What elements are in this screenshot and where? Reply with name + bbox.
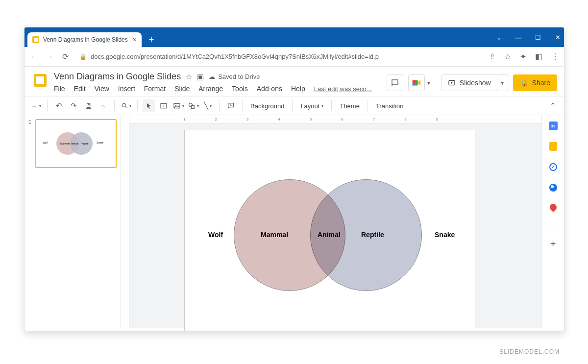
share-label: Share: [532, 79, 550, 87]
redo-button[interactable]: ↷: [67, 99, 80, 112]
menu-insert[interactable]: Insert: [118, 85, 135, 93]
slide-canvas[interactable]: Wolf Mammal Animal Reptile Snake: [184, 130, 475, 331]
watermark: SLIDEMODEL.COM: [499, 348, 560, 355]
contacts-icon[interactable]: [548, 183, 558, 193]
maps-icon[interactable]: [548, 203, 558, 213]
slides-app-icon[interactable]: [31, 72, 49, 89]
browser-menu-icon[interactable]: ⋮: [551, 52, 559, 61]
browser-tab[interactable]: Venn Diagrams in Google Slides ×: [27, 32, 142, 47]
keep-icon[interactable]: [548, 142, 558, 151]
address-bar: ← → ⟳ 🔒 docs.google.com/presentation/d/1…: [24, 47, 564, 67]
label-left-inner[interactable]: Mammal: [261, 231, 288, 239]
separator: [114, 100, 115, 111]
last-edit-link[interactable]: Last edit was seco...: [314, 85, 372, 93]
addons-plus-icon[interactable]: +: [548, 239, 558, 249]
separator: [219, 100, 220, 111]
separator: [47, 100, 48, 111]
calendar-icon[interactable]: [548, 121, 558, 131]
layout-button[interactable]: Layout▾: [297, 102, 326, 110]
move-folder-icon[interactable]: ▣: [197, 73, 204, 81]
meet-caret-icon: ▼: [426, 80, 431, 86]
share-button[interactable]: 🔒 Share: [513, 74, 557, 91]
extensions-icon[interactable]: ✦: [520, 52, 526, 61]
close-window-icon[interactable]: ✕: [554, 34, 561, 41]
reload-icon[interactable]: ⟳: [61, 52, 70, 61]
slideshow-button[interactable]: Slideshow: [441, 74, 497, 91]
select-tool[interactable]: [143, 99, 155, 112]
transition-button[interactable]: Transition: [373, 102, 407, 110]
menu-slide[interactable]: Slide: [174, 85, 190, 93]
slideshow-options-button[interactable]: ▼: [497, 74, 508, 91]
label-center[interactable]: Animal: [318, 231, 341, 239]
document-title[interactable]: Venn Diagrams in Google Slides: [54, 72, 181, 82]
theme-button[interactable]: Theme: [337, 102, 362, 110]
svg-point-4: [122, 103, 125, 107]
comment-icon: [391, 78, 399, 87]
svg-rect-2: [413, 83, 416, 86]
line-tool[interactable]: ╲▾: [201, 99, 214, 112]
svg-rect-1: [413, 80, 416, 83]
save-status-text: Saved to Drive: [218, 73, 260, 80]
comment-tool[interactable]: [224, 99, 237, 112]
forward-icon[interactable]: →: [45, 52, 54, 61]
svg-point-9: [175, 105, 176, 106]
menu-view[interactable]: View: [95, 85, 109, 93]
back-icon[interactable]: ←: [29, 52, 38, 61]
url-field[interactable]: 🔒 docs.google.com/presentation/d/1MYtCa2…: [76, 53, 482, 60]
save-status[interactable]: ☁ Saved to Drive: [209, 73, 260, 80]
image-tool[interactable]: ▾: [172, 99, 185, 112]
separator: [137, 100, 138, 111]
print-button[interactable]: 🖶: [82, 99, 95, 112]
thumbnail-preview: Wolf Mammal Animal Reptile Snake: [42, 126, 110, 161]
menu-format[interactable]: Format: [144, 85, 166, 93]
minimize-icon[interactable]: —: [515, 34, 522, 41]
svg-point-10: [189, 103, 192, 107]
menu-tools[interactable]: Tools: [232, 85, 248, 93]
menu-arrange[interactable]: Arrange: [198, 85, 223, 93]
new-slide-button[interactable]: ＋▾: [29, 99, 42, 112]
svg-line-5: [125, 107, 126, 108]
menu-edit[interactable]: Edit: [74, 85, 86, 93]
undo-button[interactable]: ↶: [52, 99, 65, 112]
textbox-tool[interactable]: T: [157, 99, 170, 112]
cursor-icon: [146, 102, 152, 109]
meet-button[interactable]: ▼: [408, 74, 425, 91]
maximize-icon[interactable]: ☐: [535, 34, 541, 41]
app-header: Venn Diagrams in Google Slides ☆ ▣ ☁ Sav…: [24, 67, 564, 93]
label-left-outer[interactable]: Wolf: [208, 231, 223, 239]
menu-addons[interactable]: Add-ons: [257, 85, 282, 93]
image-icon: [173, 102, 181, 110]
lock-icon: 🔒: [520, 79, 528, 87]
slide-thumbnail[interactable]: Wolf Mammal Animal Reptile Snake: [35, 119, 117, 168]
menu-file[interactable]: File: [54, 85, 65, 93]
hide-menus-button[interactable]: ⌃: [546, 99, 559, 112]
svg-text:T: T: [163, 104, 165, 108]
filmstrip[interactable]: 1 Wolf Mammal Animal Reptile Snake: [24, 115, 121, 328]
slide-number: 1: [28, 119, 31, 125]
separator: [242, 100, 243, 111]
play-rect-icon: [448, 79, 456, 87]
bookmark-star-icon[interactable]: ☆: [504, 52, 511, 61]
paint-format-button[interactable]: ⟐: [97, 99, 109, 112]
separator: [368, 100, 368, 111]
background-button[interactable]: Background: [247, 102, 287, 110]
venn-diagram[interactable]: Wolf Mammal Animal Reptile Snake: [185, 130, 475, 331]
horizontal-ruler: 123456789: [129, 115, 541, 124]
reading-list-icon[interactable]: ◧: [535, 52, 542, 61]
browser-titlebar: Venn Diagrams in Google Slides × + ⌄ — ☐…: [24, 27, 564, 47]
tasks-icon[interactable]: [548, 162, 558, 172]
separator: [331, 100, 332, 111]
side-panel: +: [541, 115, 564, 328]
menu-help[interactable]: Help: [291, 85, 305, 93]
shape-tool[interactable]: ▾: [187, 99, 199, 112]
chevron-down-icon[interactable]: ⌄: [495, 34, 502, 41]
share-page-icon[interactable]: ⇪: [489, 52, 495, 61]
meet-icon: [411, 77, 422, 88]
tab-close-icon[interactable]: ×: [133, 36, 137, 44]
label-right-inner[interactable]: Reptile: [361, 231, 384, 239]
label-right-outer[interactable]: Snake: [435, 231, 455, 239]
new-tab-button[interactable]: +: [145, 33, 158, 47]
zoom-button[interactable]: ▾: [120, 99, 132, 112]
star-icon[interactable]: ☆: [186, 73, 192, 81]
comments-button[interactable]: [387, 74, 403, 91]
